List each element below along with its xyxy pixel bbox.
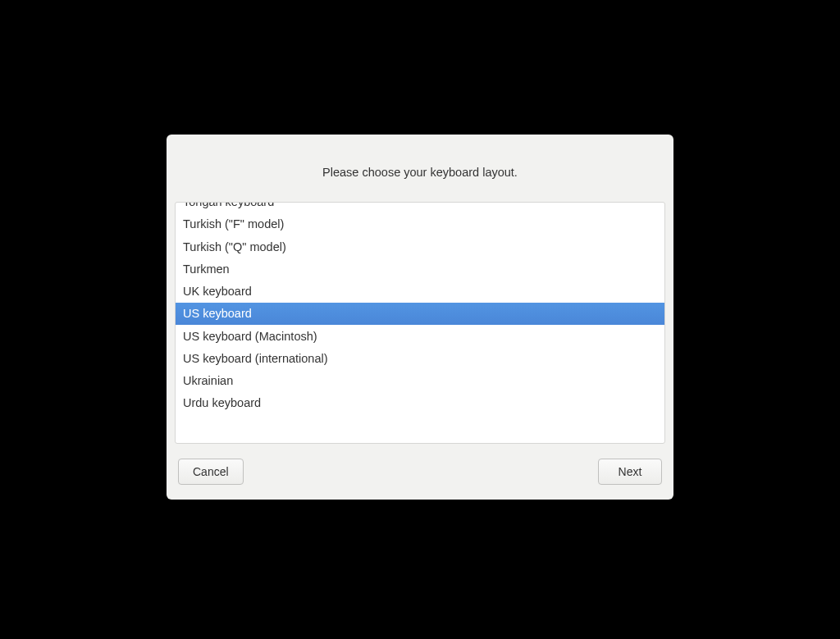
- list-item-selected[interactable]: US keyboard: [176, 303, 664, 325]
- list-item[interactable]: Ukrainian: [176, 370, 664, 392]
- dialog-title: Please choose your keyboard layout.: [183, 166, 657, 179]
- list-item[interactable]: Turkish ("Q" model): [176, 235, 664, 258]
- cancel-button[interactable]: Cancel: [178, 459, 244, 485]
- next-button[interactable]: Next: [598, 459, 662, 485]
- keyboard-layout-list[interactable]: Tongan keyboard Turkish ("F" model) Turk…: [175, 202, 665, 444]
- list-item[interactable]: Tongan keyboard: [176, 202, 664, 213]
- list-item[interactable]: Turkish ("F" model): [176, 213, 664, 235]
- keyboard-layout-dialog: Please choose your keyboard layout. Tong…: [167, 135, 673, 500]
- dialog-footer: Cancel Next: [167, 444, 673, 500]
- list-item[interactable]: UK keyboard: [176, 281, 664, 303]
- dialog-header: Please choose your keyboard layout.: [167, 135, 673, 202]
- list-item[interactable]: Turkmen: [176, 258, 664, 281]
- list-item[interactable]: US keyboard (international): [176, 348, 664, 370]
- list-item[interactable]: Urdu keyboard: [176, 392, 664, 414]
- list-item[interactable]: US keyboard (Macintosh): [176, 325, 664, 347]
- list-inner: Tongan keyboard Turkish ("F" model) Turk…: [176, 202, 664, 414]
